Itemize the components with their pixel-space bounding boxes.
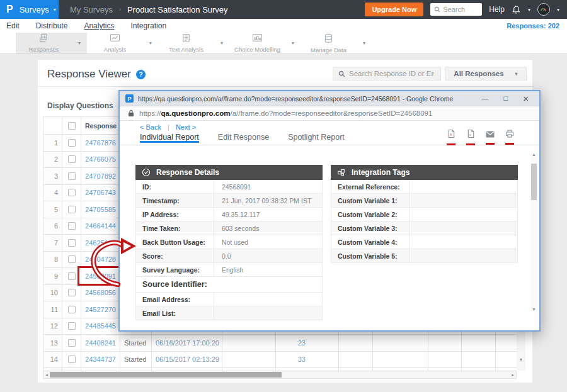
row-checkbox[interactable]	[68, 339, 76, 347]
report-tabs: Individual ReportEdit ResponseSpotlight …	[140, 133, 345, 143]
panel-title: Response Details	[156, 168, 219, 177]
response-id-link[interactable]: 24344737	[81, 351, 120, 368]
response-filter-value: All Responses	[454, 70, 503, 77]
window-titlebar[interactable]: P https://qa.questionpro.com/a//frame.do…	[120, 91, 539, 106]
response-id-link[interactable]: 24485445	[81, 318, 120, 335]
row-checkbox[interactable]	[68, 356, 76, 363]
response-id-link[interactable]: 24604728	[81, 251, 120, 268]
row-checkbox-cell	[62, 351, 81, 368]
chevron-down-icon[interactable]: ▾	[143, 33, 158, 53]
response-search[interactable]	[333, 67, 441, 81]
toolbar-button-manage-data[interactable]: Manage Data	[301, 33, 357, 53]
horizontal-scrollbar[interactable]: ◂ ▸	[43, 371, 517, 379]
divider	[38, 86, 532, 87]
response-id-link[interactable]: 24707892	[81, 168, 120, 185]
status-cell: Started	[120, 351, 152, 368]
scroll-left-icon[interactable]: ◂	[43, 372, 50, 378]
manage-data-icon	[324, 33, 333, 46]
row-checkbox[interactable]	[68, 322, 76, 330]
toolbar-button-responses[interactable]: Responses	[16, 33, 72, 53]
response-id-link[interactable]: 24625131	[81, 235, 120, 252]
tab-individual-report[interactable]: Individual Report	[140, 133, 199, 143]
response-id-link[interactable]: 24408241	[81, 335, 120, 352]
url-text: https://qa.questionpro.com/a//frame.do?m…	[139, 109, 432, 117]
print-export-icon	[505, 129, 514, 140]
scroll-up-icon[interactable]: ▲	[530, 152, 537, 157]
chevron-down-icon[interactable]: ▾	[285, 33, 301, 53]
next-link[interactable]: Next >	[176, 123, 196, 131]
global-search[interactable]	[430, 3, 482, 16]
help-link[interactable]: Help	[489, 5, 505, 14]
row-checkbox[interactable]	[68, 272, 76, 280]
account-menu[interactable]: ▾	[537, 3, 559, 16]
row-checkbox[interactable]	[68, 189, 76, 196]
toolbar-button-choice-modelling[interactable]: Choice Modelling	[229, 33, 285, 53]
response-id-link[interactable]: 24767876	[81, 135, 120, 152]
row-checkbox[interactable]	[68, 139, 76, 147]
row-checkbox[interactable]	[68, 255, 76, 263]
back-link[interactable]: < Back	[140, 123, 161, 131]
hscroll-thumb[interactable]	[50, 372, 282, 378]
subnav-item-edit[interactable]: Edit	[6, 21, 20, 30]
scroll-down-icon[interactable]: ▼	[530, 307, 537, 311]
help-question-icon[interactable]: ?	[136, 70, 146, 79]
select-all-checkbox[interactable]	[68, 122, 76, 130]
response-id-link[interactable]: 24527270	[81, 301, 120, 318]
vertical-scrollbar[interactable]: ▼	[517, 332, 525, 371]
detail-row: Email List:	[135, 306, 323, 320]
email-export-button[interactable]	[486, 129, 495, 145]
pdf-export-button[interactable]: A	[447, 129, 455, 145]
print-export-button[interactable]	[505, 129, 514, 145]
maximize-icon[interactable]: □	[504, 95, 508, 102]
blank-cell	[373, 351, 428, 368]
global-search-input[interactable]	[443, 6, 478, 13]
toolbar-button-text-analysis[interactable]: Text Analysis	[158, 33, 214, 53]
subnav-item-distribute[interactable]: Distribute	[36, 21, 68, 30]
response-id-link[interactable]: 24664144	[81, 218, 120, 235]
popup-scroll-thumb[interactable]	[531, 164, 537, 200]
close-icon[interactable]: ×	[523, 94, 529, 103]
response-search-input[interactable]	[349, 70, 434, 77]
row-checkbox[interactable]	[68, 206, 76, 213]
row-checkbox[interactable]	[68, 239, 76, 247]
table-row: 1424344737Started06/15/2017 02:13:2933	[43, 351, 525, 368]
upgrade-now-button[interactable]: Upgrade Now	[365, 3, 423, 16]
toolbar-group-responses: Responses▾	[16, 33, 87, 53]
response-id-link[interactable]: 24705585	[81, 201, 120, 218]
notifications-button[interactable]: ▾	[512, 5, 530, 14]
chevron-down-icon[interactable]: ▾	[357, 33, 372, 53]
popup-scrollbar[interactable]: ▲ ▼	[530, 152, 537, 311]
response-id-link[interactable]: 24568056	[81, 284, 120, 301]
row-checkbox[interactable]	[68, 222, 76, 230]
row-checkbox[interactable]	[68, 155, 76, 163]
tab-edit-response[interactable]: Edit Response	[218, 133, 269, 143]
response-id-link[interactable]: 24766075	[81, 151, 120, 168]
detail-value	[214, 306, 322, 320]
row-checkbox[interactable]	[68, 172, 76, 180]
toolbar-button-analysis[interactable]: Analysis	[87, 33, 143, 53]
response-details-panel: Response Details ID:24568091Timestamp:21…	[135, 165, 323, 320]
address-bar[interactable]: https://qa.questionpro.com/a//frame.do?m…	[120, 106, 539, 121]
response-id-header[interactable]: Response ID▲	[81, 117, 120, 135]
minimize-icon[interactable]: —	[482, 95, 489, 102]
detail-row: Email Address:	[135, 293, 323, 306]
subnav-item-analytics[interactable]: Analytics	[84, 21, 114, 30]
response-id-link[interactable]: 24706743	[81, 184, 120, 201]
subnav-item-integration[interactable]: Integration	[130, 21, 166, 30]
response-filter-dropdown[interactable]: All Responses ▾	[445, 67, 527, 81]
surveys-product-menu[interactable]: P Surveys ▾	[0, 0, 59, 19]
row-checkbox[interactable]	[68, 289, 76, 296]
chevron-down-icon[interactable]: ▾	[72, 33, 87, 53]
chevron-down-icon[interactable]: ▾	[214, 33, 229, 53]
excel-export-button[interactable]: x	[466, 129, 475, 145]
status-cell: Started	[120, 335, 152, 352]
detail-label: Custom Variable 2:	[331, 208, 410, 221]
breadcrumb-my-surveys[interactable]: My Surveys	[70, 5, 113, 14]
row-checkbox-cell	[62, 301, 81, 318]
scroll-down-icon[interactable]: ▼	[517, 357, 525, 362]
row-checkbox-cell	[62, 184, 81, 201]
lock-icon	[128, 109, 134, 117]
tab-spotlight-report[interactable]: Spotlight Report	[288, 133, 345, 143]
scroll-right-icon[interactable]: ▸	[510, 372, 516, 378]
row-checkbox[interactable]	[68, 306, 76, 313]
